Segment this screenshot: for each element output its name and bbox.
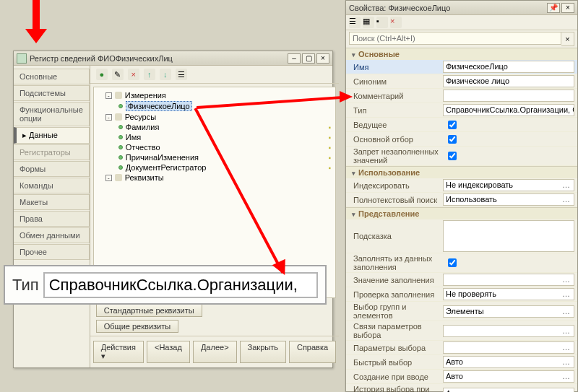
- sidetab-8[interactable]: Права: [14, 211, 90, 227]
- prop-row: Связи параметров выбора…: [346, 321, 577, 341]
- prop-row: ИндексироватьНе индексировать…: [346, 178, 577, 193]
- prop-label: Связи параметров выбора: [349, 322, 443, 339]
- tree-group[interactable]: -Ресурсы: [98, 112, 331, 122]
- prop-row: Подсказка: [346, 219, 577, 253]
- prop-row: Основной отбор: [346, 132, 577, 147]
- prop-value[interactable]: …: [443, 325, 574, 337]
- prop-row: Полнотекстовый поискИспользовать…: [346, 193, 577, 207]
- prop-checkbox[interactable]: [448, 121, 457, 129]
- props-titlebar: Свойства: ФизическоеЛицо 📌 ×: [346, 1, 577, 15]
- prop-label: Полнотекстовый поиск: [349, 196, 443, 204]
- register-icon: [17, 53, 27, 64]
- prop-value[interactable]: Авто…: [443, 388, 574, 393]
- props-close-button[interactable]: ×: [561, 3, 574, 13]
- prop-row: Заполнять из данных заполнения: [346, 253, 577, 273]
- prop-value[interactable]: Элементы…: [443, 305, 574, 318]
- prop-value[interactable]: …: [443, 341, 574, 354]
- tree-item[interactable]: Отчество▪: [98, 142, 331, 152]
- props-toolbar: ☰ ▦ ▪ ×: [346, 15, 577, 30]
- sidetab-10[interactable]: Прочее: [14, 244, 90, 260]
- prop-checkbox[interactable]: [448, 135, 457, 144]
- prop-row: Ведущее: [346, 118, 577, 132]
- maximize-button[interactable]: ▢: [302, 53, 315, 64]
- ellipsis-button[interactable]: …: [561, 180, 571, 191]
- prop-checkbox[interactable]: [448, 152, 457, 160]
- section-head[interactable]: Использование: [346, 167, 577, 178]
- prop-value[interactable]: …: [443, 274, 574, 286]
- prop-value[interactable]: СправочникСсылка.Организации, Справочник…: [443, 104, 574, 116]
- std-req-button[interactable]: Стандартные реквизиты: [96, 304, 202, 317]
- tree-group[interactable]: -Реквизиты: [98, 173, 331, 183]
- back-button[interactable]: <Назад: [147, 341, 190, 363]
- tree-group[interactable]: -Измерения: [98, 90, 331, 100]
- edit-icon[interactable]: ✎: [112, 69, 124, 80]
- config-title: Регистр сведений ФИОФизическихЛиц: [30, 54, 288, 63]
- tree-item[interactable]: Имя▪: [98, 132, 331, 142]
- sidetab-6[interactable]: Команды: [14, 178, 90, 193]
- prop-value[interactable]: Не проверять…: [443, 288, 574, 300]
- properties-panel: Свойства: ФизическоеЛицо 📌 × ☰ ▦ ▪ × × О…: [345, 0, 578, 392]
- prop-value[interactable]: Не индексировать…: [443, 179, 574, 191]
- sidetab-2[interactable]: Функциональные опции: [14, 102, 90, 126]
- prop-row: Значение заполнения…: [346, 273, 577, 287]
- section-head[interactable]: Основные: [346, 48, 577, 60]
- prop-row: СинонимФизическое лицо: [346, 74, 577, 89]
- help-button[interactable]: Справка: [289, 341, 336, 363]
- prop-label: Подсказка: [349, 232, 443, 240]
- props-pin-button[interactable]: 📌: [547, 3, 560, 13]
- moveup-icon[interactable]: ↑: [144, 69, 155, 80]
- sidetab-7[interactable]: Макеты: [14, 194, 90, 210]
- ellipsis-button[interactable]: …: [561, 388, 571, 393]
- props-search-clear[interactable]: ×: [561, 32, 574, 46]
- minimize-button[interactable]: –: [288, 53, 301, 64]
- filter2-icon[interactable]: ▪: [376, 17, 388, 28]
- ellipsis-button[interactable]: …: [561, 342, 571, 353]
- prop-label: История выбора при вводе: [349, 385, 443, 392]
- ellipsis-button[interactable]: …: [561, 194, 571, 205]
- sidetab-0[interactable]: Основные: [14, 69, 90, 84]
- common-req-button[interactable]: Общие реквизиты: [96, 320, 178, 333]
- add-icon[interactable]: ●: [96, 69, 108, 80]
- prop-checkbox[interactable]: [448, 258, 457, 267]
- sidetab-5[interactable]: Формы: [14, 161, 90, 177]
- tree-item[interactable]: Фамилия▪: [98, 122, 331, 132]
- ellipsis-button[interactable]: …: [561, 289, 571, 300]
- next-button[interactable]: Далее>: [193, 341, 237, 363]
- prop-label: Параметры выбора: [349, 344, 443, 352]
- sort-icon[interactable]: ☰: [349, 17, 361, 28]
- prop-row: История выбора при вводеАвто…: [346, 384, 577, 392]
- sidetab-4[interactable]: Регистраторы: [14, 144, 90, 160]
- tree-item[interactable]: ПричинаИзменения▪: [98, 152, 331, 162]
- prop-value[interactable]: Авто…: [443, 356, 574, 368]
- section-head[interactable]: Представление: [346, 208, 577, 219]
- prop-value[interactable]: Использовать…: [443, 193, 574, 206]
- ellipsis-button[interactable]: …: [561, 357, 571, 367]
- props-search-input[interactable]: [349, 32, 561, 45]
- ellipsis-button[interactable]: …: [561, 274, 571, 285]
- prop-value[interactable]: Физическое лицо: [443, 75, 574, 87]
- prop-label: Синоним: [349, 77, 443, 86]
- prop-label: Основной отбор: [349, 135, 443, 144]
- sidetab-3[interactable]: ▸ Данные: [14, 127, 90, 144]
- sidetab-9[interactable]: Обмен данными: [14, 227, 90, 243]
- tree-item[interactable]: ДокументРегистратор▪: [98, 162, 331, 173]
- prop-textarea[interactable]: [443, 220, 574, 252]
- filter1-icon[interactable]: ▦: [363, 17, 374, 28]
- actions-button[interactable]: Действия ▾: [93, 341, 144, 363]
- ellipsis-button[interactable]: …: [561, 371, 571, 382]
- cross-icon[interactable]: ×: [390, 17, 402, 28]
- prop-row: ИмяФизическоеЛицо: [346, 60, 577, 74]
- sidetab-1[interactable]: Подсистемы: [14, 85, 90, 101]
- ellipsis-button[interactable]: …: [561, 306, 571, 317]
- close-button[interactable]: ×: [316, 53, 329, 64]
- delete-icon[interactable]: ×: [128, 69, 139, 80]
- props-icon[interactable]: ☰: [176, 69, 187, 80]
- tree-item[interactable]: ФизическоеЛицо: [98, 100, 331, 112]
- close2-button[interactable]: Закрыть: [240, 341, 286, 363]
- tree-toolbar: ● ✎ × ↑ ↓ ☰: [90, 66, 339, 84]
- prop-value[interactable]: ФизическоеЛицо: [443, 61, 574, 73]
- movedown-icon[interactable]: ↓: [160, 69, 171, 80]
- ellipsis-button[interactable]: …: [561, 326, 571, 336]
- prop-value[interactable]: [443, 90, 574, 102]
- prop-value[interactable]: Авто…: [443, 370, 574, 383]
